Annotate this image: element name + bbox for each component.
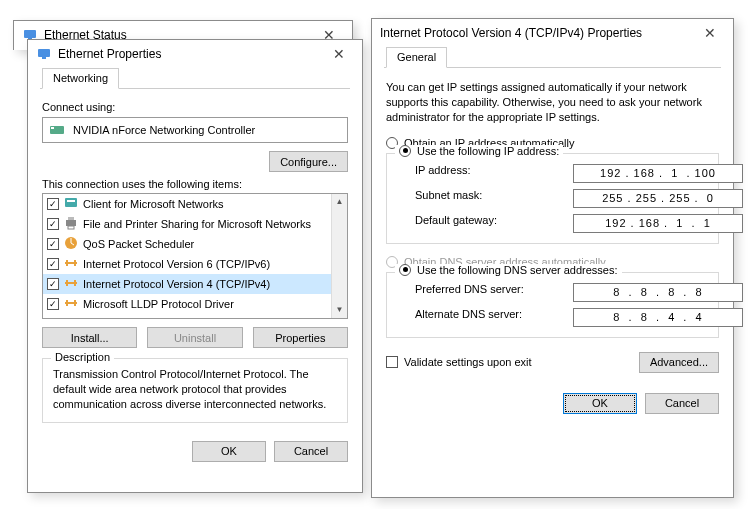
list-item[interactable]: File and Printer Sharing for Microsoft N… [43, 214, 347, 234]
protocol-icon [63, 275, 79, 293]
advanced-button[interactable]: Advanced... [639, 352, 719, 373]
item-checkbox[interactable] [47, 298, 59, 310]
install-button[interactable]: Install... [42, 327, 137, 348]
subnet-mask-label: Subnet mask: [415, 189, 565, 208]
gateway-label: Default gateway: [415, 214, 565, 233]
svg-rect-19 [66, 300, 68, 306]
ok-button[interactable]: OK [192, 441, 266, 462]
ethernet-properties-window: Ethernet Properties ✕ Networking Connect… [27, 39, 363, 493]
tab-general[interactable]: General [386, 47, 447, 68]
properties-button[interactable]: Properties [253, 327, 348, 348]
svg-rect-10 [68, 226, 74, 229]
radio-use-dns[interactable] [399, 264, 411, 276]
close-icon[interactable]: ✕ [320, 43, 358, 65]
svg-rect-17 [74, 280, 76, 286]
list-item[interactable]: Internet Protocol Version 4 (TCP/IPv4) [43, 274, 347, 294]
alternate-dns-input[interactable] [573, 308, 743, 327]
svg-rect-20 [74, 300, 76, 306]
svg-rect-7 [67, 200, 75, 202]
list-item[interactable]: Client for Microsoft Networks [43, 194, 347, 214]
item-label: Internet Protocol Version 6 (TCP/IPv6) [83, 258, 270, 270]
tabstrip: General [384, 47, 721, 68]
svg-rect-0 [24, 30, 36, 38]
ip-address-label: IP address: [415, 164, 565, 183]
ipv4-title: Internet Protocol Version 4 (TCP/IPv4) P… [380, 26, 642, 40]
tab-networking[interactable]: Networking [42, 68, 119, 89]
item-label: Client for Microsoft Networks [83, 198, 224, 210]
item-checkbox[interactable] [47, 318, 59, 319]
description-legend: Description [51, 351, 114, 363]
ok-button[interactable]: OK [563, 393, 637, 414]
list-item[interactable]: Link-Layer Topology Discovery Responder [43, 314, 347, 319]
adapter-field[interactable]: NVIDIA nForce Networking Controller [42, 117, 348, 143]
item-checkbox[interactable] [47, 238, 59, 250]
svg-rect-5 [51, 127, 54, 129]
preferred-dns-input[interactable] [573, 283, 743, 302]
use-dns-label: Use the following DNS server addresses: [417, 264, 618, 276]
use-ip-label: Use the following IP address: [417, 145, 559, 157]
protocol-icon [63, 235, 79, 253]
item-checkbox[interactable] [47, 198, 59, 210]
radio-use-ip[interactable] [399, 145, 411, 157]
ip-address-input[interactable] [573, 164, 743, 183]
protocol-icon [63, 315, 79, 319]
svg-rect-8 [66, 220, 76, 226]
scroll-down-icon[interactable]: ▼ [336, 302, 344, 318]
network-icon [36, 46, 52, 62]
adapter-icon [49, 122, 65, 138]
svg-rect-14 [74, 260, 76, 266]
protocol-icon [63, 215, 79, 233]
list-item[interactable]: Microsoft LLDP Protocol Driver [43, 294, 347, 314]
adapter-name: NVIDIA nForce Networking Controller [73, 124, 255, 136]
ipv4-titlebar: Internet Protocol Version 4 (TCP/IPv4) P… [372, 19, 733, 47]
list-item[interactable]: QoS Packet Scheduler [43, 234, 347, 254]
svg-rect-9 [68, 217, 74, 220]
cancel-button[interactable]: Cancel [274, 441, 348, 462]
gateway-input[interactable] [573, 214, 743, 233]
svg-rect-2 [38, 49, 50, 57]
tabstrip: Networking [40, 68, 350, 89]
connect-using-label: Connect using: [42, 101, 348, 113]
svg-rect-6 [65, 198, 77, 207]
item-label: Microsoft LLDP Protocol Driver [83, 298, 234, 310]
close-icon[interactable]: ✕ [691, 22, 729, 44]
ipv4-intro: You can get IP settings assigned automat… [386, 80, 719, 125]
cancel-button[interactable]: Cancel [645, 393, 719, 414]
svg-rect-3 [42, 57, 46, 59]
network-items-list[interactable]: Client for Microsoft NetworksFile and Pr… [42, 193, 348, 319]
ipv4-properties-window: Internet Protocol Version 4 (TCP/IPv4) P… [371, 18, 734, 498]
scrollbar[interactable]: ▲ ▼ [331, 194, 347, 318]
preferred-dns-label: Preferred DNS server: [415, 283, 565, 302]
item-label: File and Printer Sharing for Microsoft N… [83, 218, 311, 230]
description-text: Transmission Control Protocol/Internet P… [53, 367, 337, 412]
item-checkbox[interactable] [47, 278, 59, 290]
protocol-icon [63, 295, 79, 313]
svg-rect-13 [66, 260, 68, 266]
protocol-icon [63, 255, 79, 273]
uninstall-button[interactable]: Uninstall [147, 327, 242, 348]
item-label: QoS Packet Scheduler [83, 238, 194, 250]
item-checkbox[interactable] [47, 258, 59, 270]
list-item[interactable]: Internet Protocol Version 6 (TCP/IPv6) [43, 254, 347, 274]
ethernet-properties-titlebar: Ethernet Properties ✕ [28, 40, 362, 68]
ethernet-properties-title: Ethernet Properties [58, 47, 161, 61]
configure-button[interactable]: Configure... [269, 151, 348, 172]
validate-label: Validate settings upon exit [404, 356, 532, 368]
items-label: This connection uses the following items… [42, 178, 348, 190]
item-checkbox[interactable] [47, 218, 59, 230]
validate-checkbox[interactable] [386, 356, 398, 368]
protocol-icon [63, 195, 79, 213]
alternate-dns-label: Alternate DNS server: [415, 308, 565, 327]
svg-rect-16 [66, 280, 68, 286]
scroll-up-icon[interactable]: ▲ [336, 194, 344, 210]
item-label: Internet Protocol Version 4 (TCP/IPv4) [83, 278, 270, 290]
item-label: Link-Layer Topology Discovery Responder [83, 318, 289, 319]
subnet-mask-input[interactable] [573, 189, 743, 208]
